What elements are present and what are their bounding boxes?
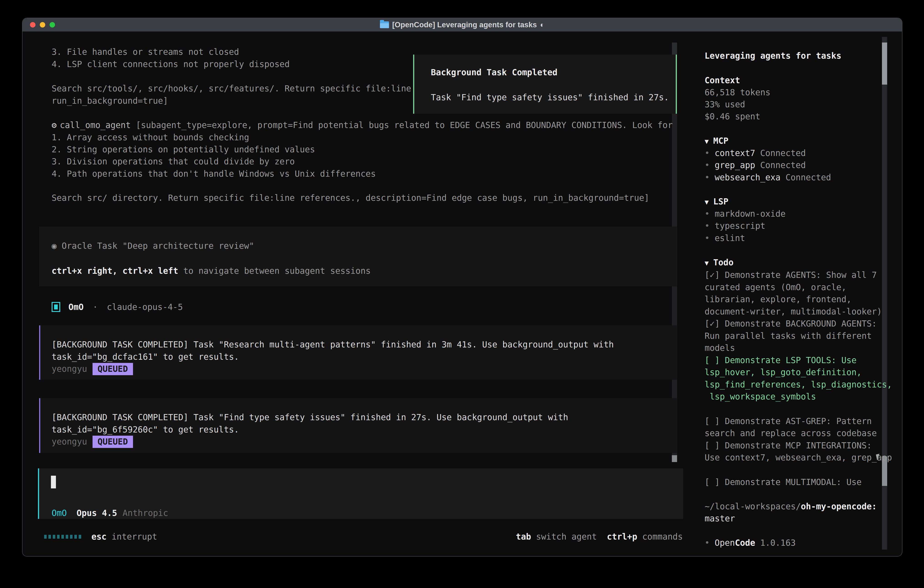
todo-line-pending: Use context7, websearch_exa, grep_app	[705, 452, 892, 464]
bullet-icon: •	[705, 209, 710, 219]
lsp-section-header[interactable]: ▼LSP	[705, 195, 728, 208]
context-tokens: 66,518 tokens	[705, 86, 771, 99]
background-task-toast	[413, 55, 677, 114]
window-title-row: [OpenCode] Leveraging agents for tasks ◐	[380, 20, 544, 29]
todo-line-pending: [ ] Demonstrate AST-GREP: Pattern	[705, 415, 872, 428]
todo-line-done: curated agents (OmO, oracle,	[705, 281, 846, 294]
tool-call-name: call_omo_agent	[60, 120, 131, 130]
tool-call-args: [subagent_type=explore, prompt=Find pote…	[131, 120, 673, 130]
bullet-icon: •	[705, 233, 710, 243]
task-author: yeongyu	[52, 437, 87, 447]
oracle-task-panel	[39, 227, 677, 286]
agent-name: OmO	[68, 302, 84, 312]
status-badge: QUEUED	[92, 436, 133, 448]
lsp-item: •markdown-oxide	[705, 208, 785, 220]
target-icon: ◉	[52, 241, 57, 251]
window-title: [OpenCode] Leveraging agents for tasks	[392, 20, 537, 29]
tool-call-list-item: 4. Path operations that don't handle Win…	[52, 168, 376, 180]
terminal-line: 3. File handles or streams not closed	[52, 46, 239, 58]
chevron-down-icon: ▼	[705, 259, 709, 267]
status-badge: QUEUED	[92, 363, 133, 375]
todo-line-pending: [ ] Demonstrate MCP INTEGRATIONS:	[705, 439, 872, 452]
context-spent: $0.46 spent	[705, 111, 760, 123]
todo-line-done: [✓] Demonstrate BACKGROUND AGENTS:	[705, 318, 877, 330]
chevron-down-icon: ▼	[705, 198, 709, 206]
todo-line-done: document-writer, multimodal-looker)	[705, 306, 882, 318]
todo-section-header[interactable]: ▼Todo	[705, 256, 733, 269]
tool-call-list-item: 1. Array access without bounds checking	[52, 131, 249, 144]
tool-call-list-item: 3. Division operations that could divide…	[52, 155, 295, 168]
task-message-line: [BACKGROUND TASK COMPLETED] Task "Find t…	[52, 411, 568, 424]
session-title: Leveraging agents for tasks	[705, 50, 841, 62]
text-cursor	[51, 476, 56, 489]
todo-line-done: Run parallel tasks with different	[705, 330, 872, 342]
todo-line-active: lsp_find_references, lsp_diagnostics,	[705, 378, 892, 391]
zoom-traffic-light-icon[interactable]	[50, 22, 55, 28]
folder-icon	[380, 21, 389, 28]
agent-header: OmO·claude-opus-4-5	[68, 301, 183, 313]
toast-body: Task "Find type safety issues" finished …	[431, 91, 669, 104]
keybind-hints: tabswitch agentctrl+pcommands	[516, 531, 683, 543]
chevron-down-icon: ▼	[705, 137, 709, 145]
todo-line-done: models	[705, 342, 735, 354]
todo-line-active: lsp_hover, lsp_goto_definition,	[705, 366, 862, 378]
workspace-path: ~/local-workspaces/oh-my-opencode:	[705, 500, 877, 513]
mcp-item: •context7Connected	[705, 147, 806, 159]
bullet-icon: •	[705, 173, 710, 182]
lsp-item: •typescript	[705, 220, 765, 232]
close-traffic-light-icon[interactable]	[30, 22, 35, 28]
todo-line-done: librarian, explore, frontend,	[705, 293, 851, 306]
todo-line-pending: [ ] Demonstrate MULTIMODAL: Use	[705, 476, 862, 489]
task-message-line: [BACKGROUND TASK COMPLETED] Task "Resear…	[52, 339, 614, 351]
tool-call-line: ⚙call_omo_agent [subagent_type=explore, …	[52, 119, 673, 131]
todo-line-active: lsp_workspace_symbols	[705, 391, 816, 403]
bullet-icon: •	[705, 538, 710, 548]
tool-call-tail: Search src/ directory. Return specific f…	[52, 192, 649, 204]
provider-label: Anthropic	[122, 508, 168, 518]
app-version: •OpenCode1.0.163	[705, 537, 795, 549]
mcp-item: •websearch_exaConnected	[705, 172, 831, 184]
titlebar[interactable]: [OpenCode] Leveraging agents for tasks ◐	[23, 18, 902, 32]
context-used: 33% used	[705, 99, 745, 111]
workspace-branch: master	[705, 512, 735, 525]
tool-call-list-item: 2. String operations on potentially unde…	[52, 144, 315, 156]
mcp-section-header[interactable]: ▼MCP	[705, 135, 728, 147]
todo-line-done: [✓] Demonstrate AGENTS: Show all 7	[705, 269, 877, 281]
toast-title: Background Task Completed	[431, 66, 558, 79]
bullet-icon: •	[705, 221, 710, 231]
todo-line-pending: search and replace across codebase	[705, 427, 877, 439]
active-agent-label: OmO	[52, 508, 67, 518]
task-message-meta: yeongyuQUEUED	[52, 363, 133, 375]
model-label: Opus 4.5	[77, 508, 117, 518]
gear-icon: ⚙	[52, 120, 57, 130]
minimize-traffic-light-icon[interactable]	[40, 22, 45, 28]
terminal-line: 4. LSP client connections not properly d…	[52, 58, 290, 71]
todo-line-active: [ ] Demonstrate LSP TOOLS: Use	[705, 354, 856, 367]
task-author: yeongyu	[52, 364, 87, 374]
interrupt-progress-dots	[44, 535, 81, 538]
terminal-line: Search src/tools/, src/hooks/, src/featu…	[52, 83, 411, 95]
oracle-shortcut-hint: ctrl+x right, ctrl+x left to navigate be…	[52, 265, 371, 277]
app-window: [OpenCode] Leveraging agents for tasks ◐…	[22, 18, 903, 557]
input-status-row: OmOOpus 4.5Anthropic	[52, 507, 168, 519]
moon-icon: ◐	[540, 20, 544, 29]
task-message-meta: yeongyuQUEUED	[52, 436, 133, 448]
main-scrollbar-thumb[interactable]	[672, 455, 677, 462]
mcp-item: •grep_appConnected	[705, 159, 806, 172]
lsp-item: •eslint	[705, 232, 745, 244]
interrupt-hint: escinterrupt	[91, 531, 157, 543]
task-message-line: task_id="bg_dcfac161" to get results.	[52, 351, 239, 363]
bullet-icon: •	[705, 160, 710, 170]
terminal-line: run_in_background=true]	[52, 95, 168, 107]
sidebar-scrollbar-thumb[interactable]	[882, 43, 887, 84]
agent-checkbox-icon	[52, 302, 60, 312]
agent-model: claude-opus-4-5	[107, 302, 183, 312]
dot-separator: ·	[93, 302, 98, 312]
bullet-icon: •	[705, 148, 710, 158]
task-message-line: task_id="bg_6f59260c" to get results.	[52, 424, 239, 436]
oracle-task-title: ◉Oracle Task "Deep architecture review"	[52, 240, 254, 252]
context-heading: Context	[705, 74, 740, 87]
